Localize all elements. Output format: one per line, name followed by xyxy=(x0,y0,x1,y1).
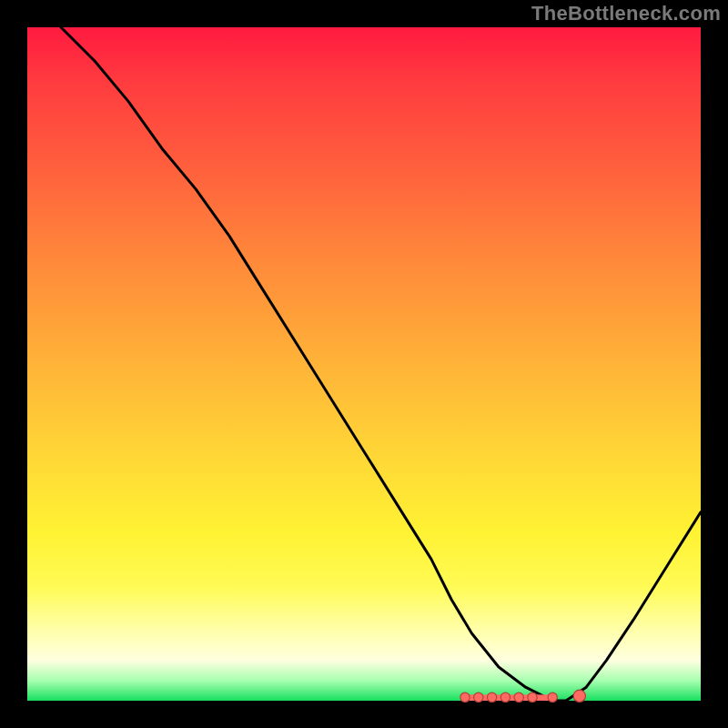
marker-dot xyxy=(573,690,585,702)
marker-dot xyxy=(500,693,510,702)
marker-dot xyxy=(460,693,470,702)
plot-area xyxy=(27,27,701,701)
marker-dot xyxy=(474,693,483,702)
bottleneck-curve xyxy=(61,27,701,701)
watermark-text: TheBottleneck.com xyxy=(531,2,721,25)
marker-dot xyxy=(487,693,496,702)
curve-svg xyxy=(27,27,701,701)
marker-dot xyxy=(528,693,537,702)
marker-dot xyxy=(514,693,523,702)
chart-frame: TheBottleneck.com xyxy=(0,0,728,728)
marker-dot xyxy=(548,693,557,702)
